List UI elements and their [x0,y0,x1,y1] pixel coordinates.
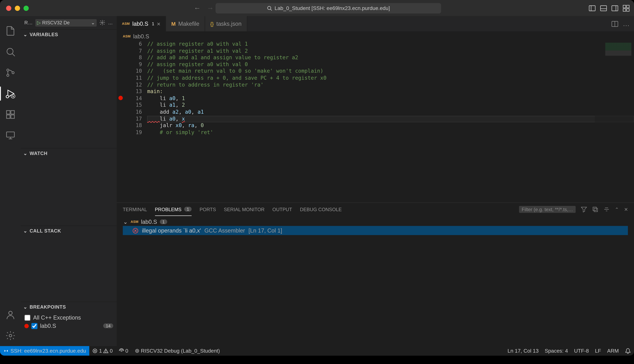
section-callstack[interactable]: ⌄CALL STACK [21,226,117,236]
minimize-window-button[interactable] [15,6,20,10]
panel-tab-problems[interactable]: PROBLEMS1 [155,203,192,216]
bottom-panel: TERMINALPROBLEMS1PORTSSERIAL MONITOROUTP… [117,202,634,346]
status-problems[interactable]: 1 0 [90,348,116,354]
code-line[interactable]: // assign register a1 with val 2 [147,48,634,54]
command-center[interactable]: Lab_0_Student [SSH: ee69lnx23.ecn.purdue… [216,3,441,13]
svg-point-16 [12,72,14,74]
panel-tab-serial-monitor[interactable]: SERIAL MONITOR [224,203,264,216]
target-icon [134,348,140,354]
nav-back-icon[interactable]: ← [194,4,201,12]
asm-icon: ASM [123,34,130,38]
minimap[interactable] [595,41,634,202]
panel-tab-debug-console[interactable]: DEBUG CONSOLE [300,203,342,216]
activity-remote-explorer[interactable] [0,125,21,146]
line-number[interactable]: 19 [126,129,142,136]
code-line[interactable]: // return to address in register 'ra' [147,82,634,88]
code-editor[interactable]: 678910111213141516171819 // assign regis… [117,41,634,202]
toggle-panel-icon[interactable] [600,4,607,12]
breakpoint-marker[interactable] [118,96,123,100]
problem-source: GCC Assembler [204,227,245,234]
panel-tab-output[interactable]: OUTPUT [272,203,292,216]
code-line[interactable]: li a1, 2 [147,102,634,109]
gear-icon[interactable] [99,20,105,26]
line-number[interactable]: 6 [126,41,142,48]
code-line[interactable]: // assign register a0 with val 0 [147,61,634,68]
maximize-window-button[interactable] [24,6,29,10]
line-number[interactable]: 7 [126,48,142,54]
activity-run-debug[interactable] [0,83,21,104]
more-icon[interactable]: … [108,20,113,25]
breakpoint-item[interactable]: lab0.S14 [21,322,117,330]
clear-icon[interactable] [604,206,610,212]
activity-search[interactable] [0,41,21,62]
code-line[interactable]: // assign register a0 with val 1 [147,41,634,48]
line-number[interactable]: 16 [126,109,142,116]
line-number[interactable]: 9 [126,61,142,68]
svg-point-28 [9,334,12,337]
toggle-secondary-sidebar-icon[interactable] [612,4,618,12]
status-target[interactable]: RISCV32 Debug (Lab_0_Student) [131,348,223,354]
activity-explorer[interactable] [0,20,21,41]
code-line[interactable]: // add a0 and a1 and assign value to reg… [147,54,634,61]
close-icon[interactable]: × [157,20,160,27]
line-number[interactable]: 14 [126,95,142,102]
close-icon[interactable]: ✕ [624,206,628,212]
code-line[interactable]: add a2, a0, a1 [147,109,634,116]
line-number[interactable]: 17 [126,116,142,122]
code-line[interactable]: main: [147,88,634,95]
status-spaces[interactable]: Spaces: 4 [542,348,571,354]
code-line[interactable]: // (set main return val to 0 so 'make' w… [147,68,634,75]
collapse-all-icon[interactable] [592,206,598,212]
broadcast-icon [119,348,124,354]
line-number[interactable]: 13 [126,88,142,95]
titlebar: ← → Lab_0_Student [SSH: ee69lnx23.ecn.pu… [0,0,634,16]
activity-accounts[interactable] [0,304,21,325]
problem-item[interactable]: illegal operands `li a0,x' GCC Assembler… [123,226,628,235]
run-config-selector[interactable]: ▷ RISCV32 De ⌄ [35,19,97,26]
status-eol[interactable]: LF [592,348,604,354]
split-editor-icon[interactable] [612,20,618,27]
line-number[interactable]: 8 [126,54,142,61]
breakpoint-checkbox[interactable] [24,314,30,321]
code-line[interactable]: jalr x0, ra, 0 [147,122,634,129]
customize-layout-icon[interactable] [622,4,630,12]
activity-settings[interactable] [0,325,21,346]
section-breakpoints[interactable]: ⌄BREAKPOINTS [21,302,117,312]
filter-icon[interactable] [581,206,587,212]
breadcrumb[interactable]: ASM lab0.S [117,31,634,41]
code-line[interactable]: li a0, 1 [147,95,634,102]
line-number[interactable]: 11 [126,75,142,82]
line-number[interactable]: 10 [126,68,142,75]
code-line[interactable]: // jump to address ra + 0, and save PC +… [147,75,634,82]
status-encoding[interactable]: UTF-8 [571,348,592,354]
activity-scm[interactable] [0,62,21,83]
status-cursor[interactable]: Ln 17, Col 13 [504,348,542,354]
problems-filter-input[interactable]: Filter (e.g. text, **/*.ts,… [519,206,576,213]
breakpoint-item[interactable]: All C++ Exceptions [21,314,117,322]
line-number[interactable]: 12 [126,82,142,88]
toggle-primary-sidebar-icon[interactable] [589,4,596,12]
panel-tab-terminal[interactable]: TERMINAL [123,203,147,216]
activity-extensions[interactable] [0,104,21,125]
close-window-button[interactable] [6,6,11,10]
line-number[interactable]: 15 [126,102,142,109]
panel-tab-ports[interactable]: PORTS [200,203,216,216]
status-remote[interactable]: SSH: ee69lnx23.ecn.purdue.edu [0,346,90,356]
line-number[interactable]: 18 [126,122,142,129]
code-line[interactable]: li a0, x [147,116,634,122]
editor-tab[interactable]: {}tasks.json [205,16,247,31]
editor-tab[interactable]: MMakefile [166,16,205,31]
section-variables[interactable]: ⌄VARIABLES [21,30,117,39]
more-icon[interactable]: … [622,20,630,28]
editor-tab[interactable]: ASMlab0.S1× [117,16,166,31]
nav-forward-icon[interactable]: → [207,4,214,12]
chevron-up-icon[interactable]: ⌃ [615,206,619,212]
status-ports[interactable]: 0 [116,348,131,354]
breakpoint-checkbox[interactable] [31,323,38,329]
status-notifications[interactable] [622,348,634,354]
section-watch[interactable]: ⌄WATCH [21,148,117,158]
code-line[interactable]: # or simply 'ret' [147,129,634,136]
problems-count-badge: 1 [184,207,192,212]
status-language[interactable]: ARM [604,348,622,354]
problems-file-row[interactable]: ⌄ ASM lab0.S 1 [123,218,628,226]
